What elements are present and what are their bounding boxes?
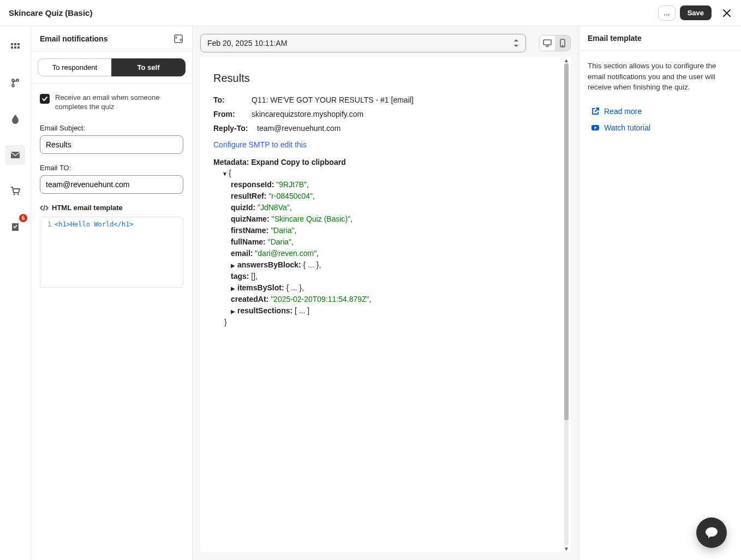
recipient-tabs: To respondent To self <box>31 52 192 84</box>
selected-date: Feb 20, 2025 10:11:AM <box>207 39 287 47</box>
cart-icon <box>10 186 20 196</box>
monitor-icon <box>543 39 552 47</box>
svg-point-11 <box>17 194 19 195</box>
save-button[interactable]: Save <box>680 5 712 20</box>
json-quizName-val: "Skincare Quiz (Basic)" <box>272 215 351 223</box>
metadata-expand-link[interactable]: Expand <box>251 158 279 166</box>
json-email-key: email: <box>231 249 253 258</box>
read-more-text: Read more <box>604 107 642 116</box>
caret-closed-icon[interactable]: ▶ <box>231 261 237 270</box>
mobile-preview-button[interactable] <box>555 35 570 51</box>
email-to-input[interactable] <box>40 175 183 194</box>
select-caret-icon <box>513 39 519 47</box>
email-to-label: Email TO: <box>40 164 183 172</box>
nav-iconbar: 6 <box>0 26 31 560</box>
svg-rect-1 <box>14 43 16 45</box>
configure-smtp-link[interactable]: Configure SMTP to edit this <box>213 140 307 149</box>
left-panel: Email notifications To respondent To sel… <box>31 26 193 560</box>
check-icon <box>41 96 48 102</box>
nav-dashboard[interactable] <box>5 37 25 57</box>
right-panel-title: Email template <box>588 34 642 43</box>
html-template-editor[interactable]: 1 <h1>Hello World</h1> <box>40 217 183 288</box>
json-email-val: "dari@reven.com" <box>255 249 316 258</box>
scroll-down-icon: ▼ <box>564 546 569 552</box>
html-template-label: HTML email template <box>40 204 183 212</box>
json-quizId-key: quizId: <box>231 203 255 212</box>
caret-open-icon[interactable]: ▼ <box>222 170 229 178</box>
json-firstName-val: "Daria" <box>271 226 294 235</box>
json-fullName-val: "Daria" <box>268 237 291 246</box>
preview-scrollbar[interactable]: ▲ ▼ <box>563 57 570 552</box>
email-subject-label: Email Subject: <box>40 124 183 132</box>
caret-closed-icon[interactable]: ▶ <box>231 284 237 293</box>
json-resultRef-key: resultRef: <box>231 192 266 200</box>
label-to: To: <box>213 96 252 104</box>
device-toggle <box>539 35 571 51</box>
desktop-preview-button[interactable] <box>540 35 555 51</box>
receive-email-checkbox[interactable] <box>40 94 50 104</box>
tab-to-respondent[interactable]: To respondent <box>38 58 111 76</box>
json-responseId-val: "9RJt7B" <box>276 180 307 189</box>
svg-point-10 <box>14 194 15 195</box>
checklist-icon <box>10 222 20 232</box>
template-description: This section allows you to configure the… <box>588 61 732 93</box>
json-quizId-val: "JdN8Va" <box>258 203 290 212</box>
json-firstName-key: firstName: <box>231 226 268 235</box>
svg-rect-3 <box>11 46 13 49</box>
watch-tutorial-link[interactable]: Watch tutorial <box>588 123 732 132</box>
json-answersByBlock-key: answersByBlock: <box>237 260 301 269</box>
nav-responses[interactable]: 6 <box>5 217 25 237</box>
html-template-label-text: HTML email template <box>52 204 123 212</box>
svg-rect-4 <box>14 46 16 49</box>
json-createdAt-val: "2025-02-20T09:11:54.879Z" <box>271 295 369 303</box>
responses-badge: 6 <box>19 214 27 222</box>
drop-icon <box>10 114 20 124</box>
watch-tutorial-text: Watch tutorial <box>604 123 650 132</box>
branch-icon <box>10 78 20 88</box>
metadata-copy-link[interactable]: Copy to clipboard <box>281 158 346 166</box>
json-createdAt-key: createdAt: <box>231 295 268 303</box>
json-itemsBySlot-key: itemsBySlot: <box>237 283 284 292</box>
receive-email-label: Receive an email when someone completes … <box>55 93 183 112</box>
mail-icon <box>10 150 20 160</box>
json-resultSections-val: [ ... ] <box>295 306 309 315</box>
svg-point-16 <box>562 45 563 46</box>
json-resultRef-val: "r-08450c04" <box>268 192 313 200</box>
json-answersByBlock-val: { ... } <box>303 260 319 269</box>
json-tags-key: tags: <box>231 272 249 281</box>
chat-icon <box>704 526 719 540</box>
nav-design[interactable] <box>5 109 25 129</box>
video-icon <box>591 123 600 132</box>
value-reply: team@revenuehunt.com <box>257 124 558 133</box>
json-fullName-key: fullName: <box>231 237 266 246</box>
tab-to-self[interactable]: To self <box>111 58 186 76</box>
email-subject-input[interactable] <box>40 135 183 154</box>
nav-branching[interactable] <box>5 73 25 93</box>
value-to: Q11: WE'VE GOT YOUR RESULTS - #1 [email] <box>252 96 558 104</box>
json-quizName-key: quizName: <box>231 215 270 223</box>
svg-point-8 <box>16 79 19 81</box>
page-title: Skincare Quiz (Basic) <box>9 8 92 17</box>
scroll-up-icon: ▲ <box>564 57 569 63</box>
external-link-icon <box>591 107 600 116</box>
response-date-select[interactable]: Feb 20, 2025 10:11:AM <box>200 34 526 52</box>
nav-email[interactable] <box>5 145 25 165</box>
svg-rect-5 <box>17 46 20 49</box>
caret-closed-icon[interactable]: ▶ <box>231 307 237 315</box>
read-more-link[interactable]: Read more <box>588 107 732 116</box>
code-gutter: 1 <box>45 221 55 284</box>
svg-point-7 <box>12 85 14 87</box>
expand-icon[interactable] <box>174 34 183 44</box>
nav-products[interactable] <box>5 181 25 201</box>
chat-fab[interactable] <box>696 517 727 548</box>
mobile-icon <box>558 39 567 47</box>
left-panel-header: Email notifications <box>31 26 192 52</box>
more-button[interactable]: ... <box>658 5 676 21</box>
right-panel-header: Email template <box>579 26 741 51</box>
metadata-header: Metadata: Expand Copy to clipboard <box>213 158 558 166</box>
json-itemsBySlot-val: { ... } <box>286 283 302 292</box>
metadata-json: ▼{ responseId: "9RJt7B", resultRef: "r-0… <box>213 168 558 328</box>
close-icon <box>722 9 731 17</box>
close-button[interactable] <box>719 5 734 21</box>
code-line-1: <h1>Hello World</h1> <box>55 221 134 284</box>
